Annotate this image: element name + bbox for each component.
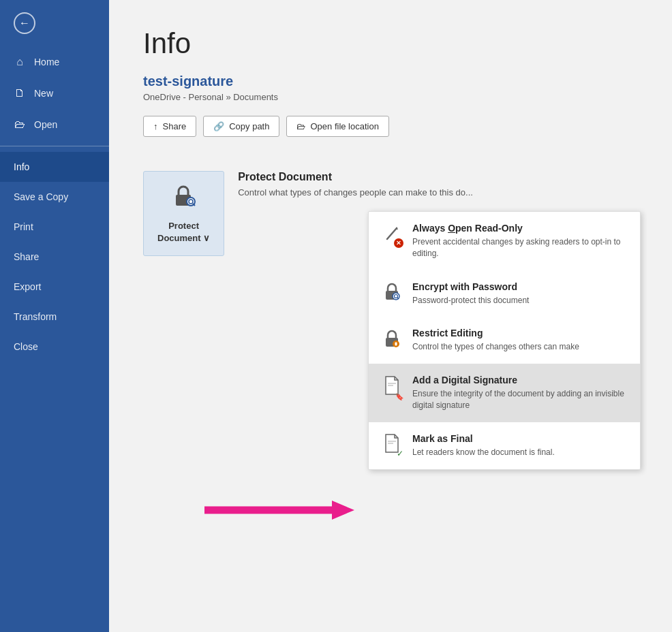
protect-document-button[interactable]: ProtectDocument ∨: [143, 171, 224, 256]
menu-item-restrict-editing-content: Restrict Editing Control the types of ch…: [412, 328, 628, 353]
document-title: test-signature: [143, 74, 638, 89]
new-document-icon: 🗋: [14, 87, 26, 99]
svg-rect-12: [395, 342, 397, 345]
sidebar-item-label: Open: [34, 119, 57, 130]
menu-item-title: Encrypt with Password: [412, 281, 628, 292]
share-icon: ↑: [153, 121, 158, 131]
protect-document-label: ProtectDocument ∨: [157, 220, 210, 244]
menu-item-desc: Ensure the integrity of the document by …: [412, 388, 628, 411]
sidebar-item-label: Close: [14, 341, 38, 352]
menu-item-always-open-readonly-content: Always Open Read-Only Prevent accidental…: [412, 223, 628, 259]
sidebar-item-new[interactable]: 🗋 New: [0, 78, 109, 109]
main-content: Info test-signature OneDrive - Personal …: [109, 0, 672, 632]
page-title: Info: [143, 27, 638, 60]
sidebar-item-close[interactable]: Close: [0, 332, 109, 362]
menu-item-encrypt-password-content: Encrypt with Password Password-protect t…: [412, 281, 628, 306]
arrow-annotation: [204, 501, 354, 520]
open-file-location-button[interactable]: 🗁 Open file location: [286, 116, 388, 137]
link-icon: 🔗: [213, 121, 224, 131]
protect-description: Control what types of changes people can…: [238, 187, 638, 198]
info-header: Info test-signature OneDrive - Personal …: [109, 0, 672, 171]
sidebar-item-share[interactable]: Share: [0, 242, 109, 272]
sidebar-item-label: Info: [14, 161, 29, 172]
sidebar-item-label: New: [34, 88, 53, 99]
folder-open-icon: 🗁: [296, 121, 305, 131]
sidebar-item-label: Export: [14, 281, 41, 292]
sidebar-item-label: Share: [14, 251, 39, 262]
sidebar-item-label: Save a Copy: [14, 191, 68, 202]
menu-item-title: Always Open Read-Only: [412, 223, 628, 234]
menu-item-restrict-editing[interactable]: Restrict Editing Control the types of ch…: [369, 317, 640, 364]
menu-item-title: Restrict Editing: [412, 328, 628, 338]
share-button[interactable]: ↑ Share: [143, 116, 196, 137]
sidebar-item-transform[interactable]: Transform: [0, 302, 109, 332]
sidebar: ← ⌂ Home 🗋 New 🗁 Open Info Save a Copy P…: [0, 0, 109, 632]
sidebar-item-print[interactable]: Print: [0, 212, 109, 242]
copy-path-button[interactable]: 🔗 Copy path: [203, 116, 279, 137]
protect-text: Protect Document Control what types of c…: [238, 171, 638, 198]
menu-item-desc: Control the types of changes others can …: [412, 341, 628, 353]
arrow-shaft: [204, 501, 354, 520]
sidebar-item-open[interactable]: 🗁 Open: [0, 109, 109, 140]
menu-item-mark-final[interactable]: ✓ Mark as Final Let readers know the doc…: [369, 422, 640, 469]
protect-dropdown-menu: ✕ Always Open Read-Only Prevent accident…: [368, 211, 641, 470]
menu-item-encrypt-password[interactable]: Encrypt with Password Password-protect t…: [369, 270, 640, 317]
svg-line-4: [387, 228, 397, 239]
pink-arrow: [204, 501, 354, 520]
lock-restrict-icon: [381, 328, 403, 352]
document-path: OneDrive - Personal » Documents: [143, 92, 638, 102]
menu-item-title: Add a Digital Signature: [412, 375, 628, 385]
home-icon: ⌂: [14, 56, 26, 68]
document-actions: ↑ Share 🔗 Copy path 🗁 Open file location: [143, 116, 638, 137]
menu-item-mark-final-content: Mark as Final Let readers know the docum…: [412, 433, 628, 458]
menu-item-always-open-readonly[interactable]: ✕ Always Open Read-Only Prevent accident…: [369, 212, 640, 270]
sidebar-item-home[interactable]: ⌂ Home: [0, 46, 109, 78]
sidebar-separator: [0, 146, 109, 146]
protect-title: Protect Document: [238, 171, 638, 183]
doc-signature-icon: 🔖: [381, 375, 403, 399]
sidebar-nav: ⌂ Home 🗋 New 🗁 Open Info Save a Copy Pri…: [0, 46, 109, 632]
sidebar-item-label: Print: [14, 221, 33, 232]
sidebar-item-save-copy[interactable]: Save a Copy: [0, 182, 109, 212]
sidebar-item-label: Transform: [14, 311, 57, 322]
doc-check-icon: ✓: [381, 433, 403, 458]
sidebar-item-label: Home: [34, 57, 59, 67]
sidebar-item-export[interactable]: Export: [0, 272, 109, 302]
lock-search-icon: [170, 183, 198, 215]
sidebar-item-info[interactable]: Info: [0, 152, 109, 182]
back-button[interactable]: ←: [0, 0, 109, 46]
back-icon: ←: [14, 12, 35, 34]
menu-item-desc: Password-protect this document: [412, 295, 628, 306]
lock-password-icon: [381, 281, 403, 306]
menu-item-desc: Prevent accidental changes by asking rea…: [412, 236, 628, 259]
open-folder-icon: 🗁: [14, 118, 26, 131]
pencil-cancel-icon: ✕: [381, 223, 403, 247]
menu-item-digital-signature[interactable]: 🔖 Add a Digital Signature Ensure the int…: [369, 364, 640, 422]
menu-item-title: Mark as Final: [412, 433, 628, 444]
menu-item-digital-signature-content: Add a Digital Signature Ensure the integ…: [412, 375, 628, 411]
menu-item-desc: Let readers know the document is final.: [412, 447, 628, 458]
